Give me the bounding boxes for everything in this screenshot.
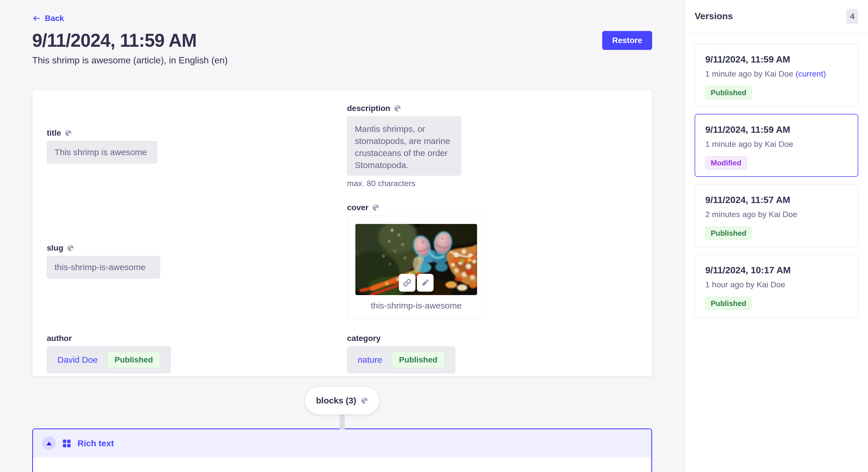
globe-icon bbox=[372, 204, 379, 211]
component-icon bbox=[63, 440, 71, 447]
version-status-badge: Published bbox=[705, 297, 752, 310]
description-hint: max. 80 characters bbox=[347, 179, 638, 188]
title-field-label: title bbox=[47, 129, 61, 138]
cover-media-card: this-shrimp-is-awesome bbox=[347, 216, 485, 319]
rich-text-title: Rich text bbox=[78, 438, 114, 448]
versions-title: Versions bbox=[694, 11, 733, 22]
version-card[interactable]: 9/11/2024, 10:17 AM 1 hour ago by Kai Do… bbox=[694, 255, 858, 317]
link-icon bbox=[403, 278, 412, 287]
field-category: category nature Published bbox=[347, 334, 638, 373]
version-card[interactable]: 9/11/2024, 11:59 AM 1 minute ago by Kai … bbox=[694, 43, 858, 107]
versions-sidebar-header: Versions 4 bbox=[685, 0, 868, 33]
globe-icon bbox=[67, 244, 74, 252]
version-date: 9/11/2024, 10:17 AM bbox=[705, 265, 848, 276]
description-field-label: description bbox=[347, 104, 391, 113]
blocks-section: blocks (3) bbox=[32, 387, 652, 429]
blocks-chip-label: blocks (3) bbox=[316, 396, 356, 405]
version-status-badge: Published bbox=[705, 227, 752, 240]
page-title: 9/11/2024, 11:59 AM bbox=[32, 30, 197, 51]
rich-text-header[interactable]: Rich text bbox=[33, 429, 651, 458]
rich-text-body: body bbox=[33, 458, 651, 472]
title-input: This shrimp is awesome bbox=[47, 141, 157, 164]
version-status-badge: Published bbox=[705, 86, 752, 99]
author-relation-link[interactable]: David Doe bbox=[57, 355, 98, 365]
arrow-left-icon bbox=[32, 14, 41, 23]
page-subtitle: This shrimp is awesome (article), in Eng… bbox=[32, 55, 652, 66]
field-slug: slug this-shrimp-is-awesome bbox=[47, 243, 347, 278]
category-status-badge: Published bbox=[392, 351, 445, 368]
back-label: Back bbox=[45, 14, 64, 23]
author-status-badge: Published bbox=[107, 351, 160, 368]
category-relation-link[interactable]: nature bbox=[358, 355, 382, 365]
version-meta: 1 minute ago by Kai Doe bbox=[705, 140, 848, 149]
field-cover: cover bbox=[347, 203, 638, 319]
versions-sidebar: Versions 4 9/11/2024, 11:59 AM 1 minute … bbox=[685, 0, 868, 472]
blocks-chip[interactable]: blocks (3) bbox=[305, 387, 379, 414]
author-relation-box: David Doe Published bbox=[47, 346, 171, 373]
versions-count-badge: 4 bbox=[846, 9, 858, 24]
globe-icon bbox=[361, 397, 368, 404]
version-current-label: (current) bbox=[795, 69, 826, 78]
version-meta: 1 minute ago by Kai Doe (current) bbox=[705, 69, 848, 78]
cover-image bbox=[355, 224, 477, 295]
version-date: 9/11/2024, 11:57 AM bbox=[705, 195, 848, 205]
cover-field-label: cover bbox=[347, 203, 369, 212]
restore-button[interactable]: Restore bbox=[602, 31, 652, 50]
versions-list: 9/11/2024, 11:59 AM 1 minute ago by Kai … bbox=[685, 33, 868, 328]
field-description: description Mantis shrimps, or stomatopo… bbox=[347, 104, 638, 188]
globe-icon bbox=[65, 129, 72, 137]
author-field-label: author bbox=[47, 334, 72, 343]
edit-media-button[interactable] bbox=[417, 274, 434, 292]
field-title: title This shrimp is awesome bbox=[47, 129, 347, 164]
back-link[interactable]: Back bbox=[32, 14, 64, 23]
description-textarea: Mantis shrimps, or stomatopods, are mari… bbox=[347, 116, 461, 175]
pencil-icon bbox=[421, 278, 430, 287]
version-date: 9/11/2024, 11:59 AM bbox=[705, 54, 848, 65]
copy-link-button[interactable] bbox=[399, 274, 415, 292]
version-meta: 2 minutes ago by Kai Doe bbox=[705, 210, 848, 219]
version-history-page: Back 9/11/2024, 11:59 AM Restore This sh… bbox=[0, 0, 868, 472]
field-author: author David Doe Published bbox=[47, 334, 347, 373]
category-relation-box: nature Published bbox=[347, 346, 455, 373]
category-field-label: category bbox=[347, 334, 381, 343]
version-date: 9/11/2024, 11:59 AM bbox=[705, 125, 848, 135]
version-meta: 1 hour ago by Kai Doe bbox=[705, 280, 848, 289]
slug-field-label: slug bbox=[47, 243, 63, 252]
cover-action-buttons bbox=[399, 274, 434, 292]
entry-fields-card: title This shrimp is awesome description… bbox=[32, 90, 652, 376]
cover-filename: this-shrimp-is-awesome bbox=[355, 301, 477, 310]
slug-input: this-shrimp-is-awesome bbox=[47, 256, 160, 278]
rich-text-component-block: Rich text body bbox=[32, 429, 652, 472]
version-status-badge: Modified bbox=[705, 156, 747, 169]
main-content: Back 9/11/2024, 11:59 AM Restore This sh… bbox=[0, 0, 685, 472]
collapse-toggle-button[interactable] bbox=[42, 436, 56, 450]
triangle-up-icon bbox=[46, 442, 52, 445]
version-card[interactable]: 9/11/2024, 11:59 AM 1 minute ago by Kai … bbox=[694, 114, 858, 177]
globe-icon bbox=[394, 105, 401, 112]
version-card[interactable]: 9/11/2024, 11:57 AM 2 minutes ago by Kai… bbox=[694, 184, 858, 247]
